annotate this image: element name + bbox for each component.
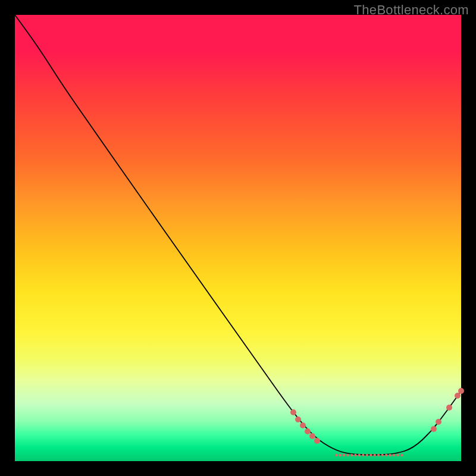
data-point-dot [385, 454, 387, 456]
data-point-dot [436, 419, 441, 425]
data-point-dot [358, 454, 361, 456]
watermark-text: TheBottleneck.com [354, 2, 469, 18]
data-point-dot [343, 454, 345, 456]
data-point-dot [309, 433, 315, 439]
data-point-dot [339, 454, 341, 456]
data-point-dot [290, 409, 296, 415]
data-point-dot [295, 416, 301, 422]
data-point-dot [350, 454, 353, 456]
chart-plot-area [15, 15, 461, 461]
data-point-dot [400, 454, 403, 456]
data-point-dot [374, 454, 376, 456]
data-point-dot [431, 426, 437, 432]
data-point-dot [389, 454, 391, 456]
data-point-dot [455, 393, 461, 399]
data-point-dot [381, 454, 383, 456]
data-point-dot [305, 428, 311, 434]
data-point-dot [369, 454, 372, 456]
data-point-dot [446, 405, 452, 411]
data-point-dot [300, 422, 306, 428]
data-point-dot [366, 454, 368, 456]
data-point-dot [354, 454, 356, 456]
data-point-dot [393, 454, 395, 456]
data-point-dot [458, 388, 464, 394]
bottleneck-curve-line [15, 15, 461, 455]
data-point-dot [335, 454, 337, 456]
chart-svg [15, 15, 461, 461]
data-point-dot [346, 454, 349, 456]
data-point-dot [314, 438, 320, 444]
data-point-dot [377, 454, 380, 456]
data-point-dot [362, 454, 364, 456]
highlight-dots-left [290, 409, 320, 444]
data-point-dot [396, 454, 399, 456]
